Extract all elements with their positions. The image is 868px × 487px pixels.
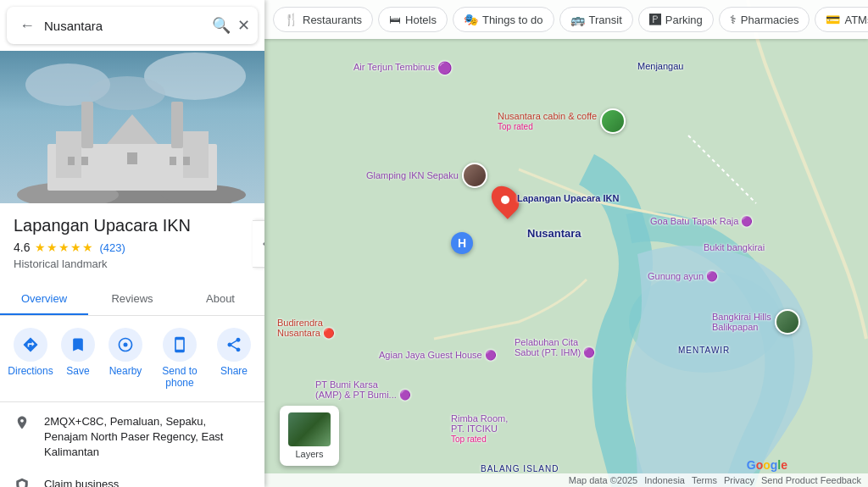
search-bar: ← 🔍 ✕ bbox=[7, 7, 258, 44]
save-label: Save bbox=[66, 365, 89, 377]
directions-button[interactable]: Directions bbox=[7, 328, 54, 390]
tab-reviews[interactable]: Reviews bbox=[88, 284, 176, 315]
parking-label: Parking bbox=[665, 14, 703, 26]
place-info: Lapangan Upacara IKN 4.6 ★★★★★ (423) His… bbox=[0, 203, 264, 277]
share-label: Share bbox=[220, 365, 248, 377]
send-to-phone-button[interactable]: Send to phone bbox=[149, 328, 210, 390]
pharmacies-icon: ⚕ bbox=[730, 13, 737, 26]
send-to-phone-icon bbox=[163, 328, 197, 362]
location-icon bbox=[14, 415, 31, 434]
svg-rect-14 bbox=[81, 157, 88, 165]
hotels-icon: 🛏 bbox=[389, 13, 401, 26]
map-svg bbox=[264, 0, 868, 487]
svg-rect-17 bbox=[183, 157, 190, 165]
tabs: Overview Reviews About bbox=[0, 284, 264, 316]
restaurants-label: Restaurants bbox=[303, 14, 362, 26]
info-list: 2MQX+C8C, Pemaluan, Sepaku, Penajam Nort… bbox=[0, 402, 264, 487]
svg-rect-12 bbox=[171, 102, 183, 148]
svg-point-18 bbox=[124, 343, 128, 347]
claim-icon bbox=[14, 478, 31, 487]
share-button[interactable]: Share bbox=[210, 328, 258, 390]
tab-about[interactable]: About bbox=[176, 284, 264, 315]
nearby-button[interactable]: Nearby bbox=[102, 328, 149, 390]
claim-business-item[interactable]: Claim business bbox=[0, 468, 264, 487]
save-icon bbox=[61, 328, 95, 362]
copyright-text: Map data ©2025 bbox=[569, 475, 638, 485]
footer-terms[interactable]: Terms bbox=[692, 475, 717, 485]
send-to-phone-label: Send to phone bbox=[149, 365, 210, 390]
toolbar-restaurants[interactable]: 🍴 Restaurants bbox=[273, 7, 373, 32]
close-icon[interactable]: ✕ bbox=[237, 16, 250, 35]
restaurants-icon: 🍴 bbox=[284, 13, 298, 26]
atms-icon: 💳 bbox=[826, 13, 840, 26]
pharmacies-label: Pharmacies bbox=[741, 14, 799, 26]
nearby-icon bbox=[108, 328, 142, 362]
map-label-nusantara-cabin: Nusantara cabin & coffeTop rated bbox=[498, 108, 626, 134]
layers-button[interactable]: Layers bbox=[280, 406, 339, 466]
svg-rect-9 bbox=[56, 131, 81, 178]
nearby-label: Nearby bbox=[109, 365, 142, 377]
map-label-glamping: Glamping IKN Sepaku bbox=[366, 163, 487, 188]
share-icon bbox=[217, 328, 251, 362]
left-panel: ← 🔍 ✕ bbox=[0, 0, 264, 487]
place-type: Historical landmark bbox=[14, 257, 251, 270]
toolbar-pharmacies[interactable]: ⚕ Pharmacies bbox=[719, 7, 810, 32]
svg-rect-13 bbox=[68, 157, 75, 165]
parking-icon: 🅿 bbox=[649, 13, 661, 26]
address-text: 2MQX+C8C, Pemaluan, Sepaku, Penajam Nort… bbox=[44, 414, 251, 461]
layers-thumbnail bbox=[288, 412, 331, 446]
map-footer: Map data ©2025 Indonesia Terms Privacy S… bbox=[264, 473, 868, 487]
hero-image[interactable] bbox=[0, 51, 264, 203]
svg-rect-10 bbox=[183, 131, 209, 178]
footer-feedback[interactable]: Send Product Feedback bbox=[761, 475, 861, 485]
directions-icon bbox=[14, 328, 47, 362]
save-button[interactable]: Save bbox=[54, 328, 102, 390]
svg-rect-15 bbox=[127, 152, 137, 164]
google-logo: Google bbox=[747, 458, 787, 472]
atms-label: ATMs bbox=[844, 14, 868, 26]
glamping-photo bbox=[462, 163, 487, 188]
toolbar-hotels[interactable]: 🛏 Hotels bbox=[378, 7, 448, 32]
place-name: Lapangan Upacara IKN bbox=[14, 215, 251, 235]
toolbar-parking[interactable]: 🅿 Parking bbox=[638, 7, 714, 32]
address-item[interactable]: 2MQX+C8C, Pemaluan, Sepaku, Penajam Nort… bbox=[0, 406, 264, 469]
svg-point-3 bbox=[89, 76, 165, 110]
footer-country[interactable]: Indonesia bbox=[644, 475, 685, 485]
rating-number: 4.6 bbox=[14, 241, 30, 254]
transit-icon: 🚌 bbox=[570, 13, 585, 26]
review-count[interactable]: (423) bbox=[99, 241, 125, 254]
toolbar-things-to-do[interactable]: 🎭 Things to do bbox=[453, 7, 554, 32]
rating-row: 4.6 ★★★★★ (423) bbox=[14, 241, 251, 254]
claim-business-text: Claim business bbox=[44, 477, 119, 487]
things-icon: 🎭 bbox=[464, 13, 478, 26]
map-toolbar: 🍴 Restaurants 🛏 Hotels 🎭 Things to do 🚌 … bbox=[264, 0, 868, 39]
footer-privacy[interactable]: Privacy bbox=[724, 475, 754, 485]
directions-label: Directions bbox=[8, 365, 53, 377]
nusantara-cabin-photo bbox=[600, 108, 626, 134]
search-input[interactable] bbox=[44, 19, 205, 33]
hotels-label: Hotels bbox=[405, 14, 437, 26]
tab-overview[interactable]: Overview bbox=[0, 284, 88, 315]
toolbar-transit[interactable]: 🚌 Transit bbox=[559, 7, 633, 32]
back-button[interactable]: ← bbox=[17, 15, 37, 36]
things-label: Things to do bbox=[482, 14, 543, 26]
search-icon[interactable]: 🔍 bbox=[212, 16, 231, 35]
collapse-toggle[interactable] bbox=[253, 220, 264, 268]
hospital-marker: H bbox=[451, 232, 473, 254]
map-area[interactable]: 🍴 Restaurants 🛏 Hotels 🎭 Things to do 🚌 … bbox=[264, 0, 868, 487]
svg-rect-16 bbox=[170, 157, 176, 165]
svg-rect-11 bbox=[81, 102, 93, 148]
layers-label: Layers bbox=[295, 449, 323, 459]
transit-label: Transit bbox=[589, 14, 622, 26]
stars: ★★★★★ bbox=[35, 241, 94, 254]
action-buttons: Directions Save Nearby Send to phone Sha… bbox=[0, 316, 264, 402]
toolbar-atms[interactable]: 💳 ATMs bbox=[815, 7, 868, 32]
